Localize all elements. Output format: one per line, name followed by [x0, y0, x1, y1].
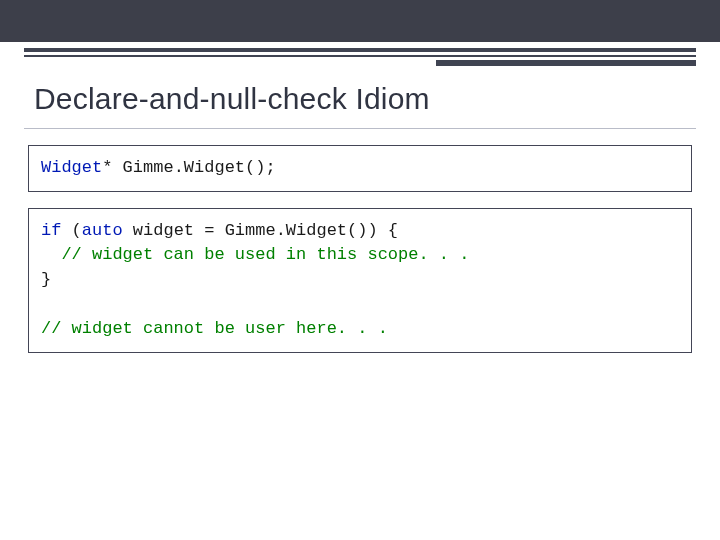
- code-token: if: [41, 221, 61, 240]
- code-token: * Gimme.Widget();: [102, 158, 275, 177]
- rule-thin: [24, 55, 696, 57]
- code-token: auto: [82, 221, 123, 240]
- code-comment: // widget can be used in this scope. . .: [41, 245, 469, 264]
- code-token: widget = Gimme.Widget()) {: [123, 221, 398, 240]
- code-token: }: [41, 270, 51, 289]
- code-comment: // widget cannot be user here. . .: [41, 319, 388, 338]
- code-token: Widget: [41, 158, 102, 177]
- code-box-ifauto: if (auto widget = Gimme.Widget()) { // w…: [28, 208, 692, 353]
- content-area: Widget* Gimme.Widget(); if (auto widget …: [0, 129, 720, 353]
- header-rules: [0, 48, 720, 68]
- rule-thick: [24, 48, 696, 52]
- code-box-declaration: Widget* Gimme.Widget();: [28, 145, 692, 192]
- rule-accent: [436, 60, 696, 66]
- slide-title: Declare-and-null-check Idiom: [0, 68, 720, 122]
- title-bar: [0, 0, 720, 42]
- code-token: (: [61, 221, 81, 240]
